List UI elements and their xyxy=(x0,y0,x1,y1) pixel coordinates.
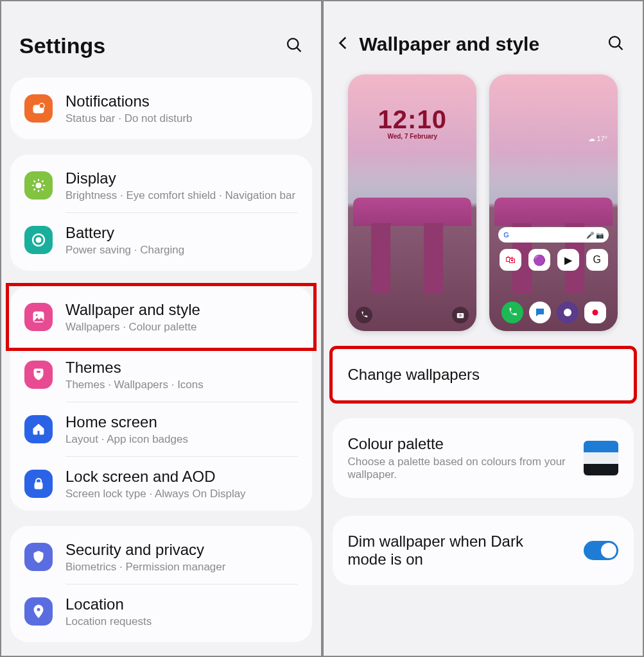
settings-row-display[interactable]: Display Brightness · Eye comfort shield … xyxy=(10,158,312,212)
row-title: Display xyxy=(65,169,295,188)
row-title: Lock screen and AOD xyxy=(65,467,246,486)
search-icon[interactable] xyxy=(285,36,303,56)
messages-dock-icon xyxy=(529,302,551,323)
colour-palette-option[interactable]: Colour palette Choose a palette based on… xyxy=(333,418,634,498)
browser-dock-icon xyxy=(557,302,579,323)
colour-palette-subtitle: Choose a palette based on colours from y… xyxy=(348,456,573,481)
row-title: Home screen xyxy=(65,413,188,432)
settings-row-security[interactable]: Security and privacy Biometrics · Permis… xyxy=(10,530,312,584)
phone-shortcut-icon xyxy=(356,307,372,323)
row-title: Wallpaper and style xyxy=(65,300,200,320)
notifications-icon xyxy=(24,94,53,123)
settings-row-lock[interactable]: Lock screen and AOD Screen lock type · A… xyxy=(10,457,312,511)
svg-line-12 xyxy=(42,181,43,182)
settings-row-battery[interactable]: Battery Power saving · Charging xyxy=(10,213,312,267)
svg-point-0 xyxy=(288,38,298,49)
row-subtitle: Screen lock type · Always On Display xyxy=(65,488,246,500)
play-store-app-icon: ▶ xyxy=(557,249,579,271)
svg-line-21 xyxy=(619,46,623,50)
svg-rect-18 xyxy=(35,482,42,489)
lock-screen-preview[interactable]: 12:10 Wed, 7 February xyxy=(348,74,476,331)
svg-point-14 xyxy=(36,237,41,243)
camera-shortcut-icon xyxy=(452,307,469,323)
colour-palette-title: Colour palette xyxy=(348,435,573,453)
lock-date: Wed, 7 February xyxy=(348,133,476,140)
back-icon[interactable] xyxy=(335,35,352,54)
shield-icon xyxy=(24,543,53,571)
svg-point-20 xyxy=(609,37,620,47)
svg-line-1 xyxy=(297,47,300,51)
settings-title: Settings xyxy=(19,33,105,58)
row-title: Battery xyxy=(65,223,184,243)
location-icon xyxy=(24,597,53,626)
svg-point-19 xyxy=(37,608,40,611)
row-subtitle: Location requests xyxy=(65,615,152,628)
svg-point-3 xyxy=(39,103,44,108)
dim-wallpaper-option[interactable]: Dim wallpaper when Dark mode is on xyxy=(333,516,634,585)
row-title: Security and privacy xyxy=(65,540,225,559)
weather-widget: ☁ 17° xyxy=(588,135,608,143)
settings-panel: Settings Notifications Status bar · Do n… xyxy=(0,0,322,657)
display-icon xyxy=(24,171,53,200)
row-subtitle: Wallpapers · Colour palette xyxy=(65,321,200,334)
phone-dock-icon xyxy=(501,302,523,323)
gallery-app-icon: 🟣 xyxy=(528,249,550,271)
svg-point-25 xyxy=(592,310,598,316)
home-icon xyxy=(24,415,53,443)
themes-icon xyxy=(24,361,53,389)
row-subtitle: Biometrics · Permission manager xyxy=(65,561,225,574)
settings-row-location[interactable]: Location Location requests xyxy=(10,584,312,638)
svg-point-23 xyxy=(459,314,462,317)
svg-point-4 xyxy=(36,183,41,188)
row-title: Location xyxy=(65,595,152,614)
store-app-icon: 🛍 xyxy=(500,249,521,271)
home-screen-preview[interactable]: ☁ 17° G 🎤 📷 🛍 🟣 ▶ G xyxy=(489,74,618,331)
settings-row-themes[interactable]: Themes Themes · Wallpapers · Icons xyxy=(10,348,312,402)
row-title: Notifications xyxy=(65,92,193,111)
row-title: Themes xyxy=(65,358,204,377)
search-icon[interactable] xyxy=(607,34,625,55)
settings-row-notifications[interactable]: Notifications Status bar · Do not distur… xyxy=(10,81,312,135)
settings-row-home[interactable]: Home screen Layout · App icon badges xyxy=(10,402,312,456)
svg-line-10 xyxy=(42,189,43,190)
change-wallpapers-button[interactable]: Change wallpapers xyxy=(333,349,634,400)
lock-icon xyxy=(24,470,53,498)
palette-swatch-icon xyxy=(584,441,618,475)
wallpaper-icon xyxy=(24,303,53,331)
svg-point-24 xyxy=(564,309,571,316)
row-subtitle: Brightness · Eye comfort shield · Naviga… xyxy=(65,189,295,202)
camera-dock-icon xyxy=(584,302,606,323)
row-subtitle: Layout · App icon badges xyxy=(65,433,188,446)
google-search-bar: G 🎤 📷 xyxy=(498,227,609,243)
row-subtitle: Themes · Wallpapers · Icons xyxy=(65,379,204,391)
settings-row-wallpaper[interactable]: Wallpaper and style Wallpapers · Colour … xyxy=(9,286,313,348)
svg-line-11 xyxy=(34,189,35,190)
row-subtitle: Status bar · Do not disturb xyxy=(65,112,193,125)
row-subtitle: Power saving · Charging xyxy=(65,244,184,257)
battery-icon xyxy=(24,226,53,254)
page-title: Wallpaper and style xyxy=(360,33,600,55)
change-wallpapers-label: Change wallpapers xyxy=(348,366,480,384)
google-app-icon: G xyxy=(586,249,608,271)
dim-wallpaper-title: Dim wallpaper when Dark mode is on xyxy=(348,533,566,568)
svg-rect-17 xyxy=(37,371,40,373)
dim-wallpaper-toggle[interactable] xyxy=(584,541,618,560)
svg-line-9 xyxy=(34,181,35,182)
lock-time: 12:10 xyxy=(348,105,476,134)
wallpaper-style-panel: Wallpaper and style 12:10 Wed, 7 Februar… xyxy=(322,0,645,657)
svg-point-16 xyxy=(36,314,38,316)
